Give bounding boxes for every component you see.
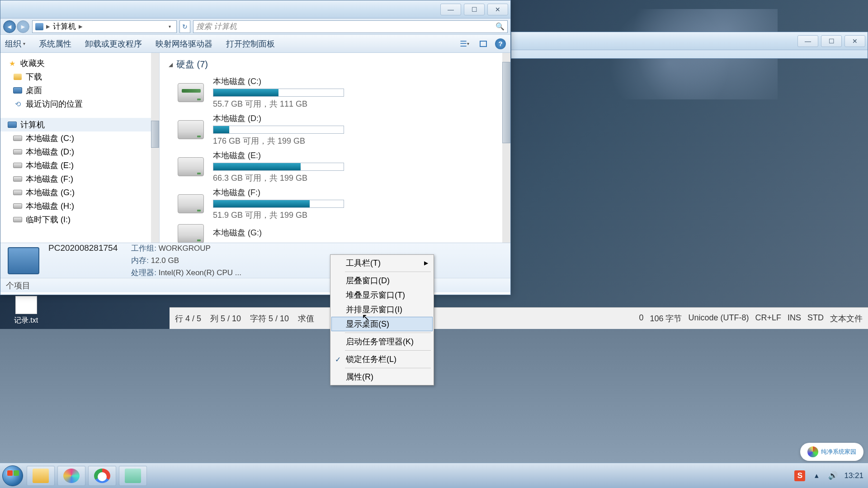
disk-name: 本地磁盘 (C:): [213, 76, 501, 87]
system-properties-button[interactable]: 系统属性: [39, 38, 71, 49]
ime-indicator[interactable]: S: [794, 470, 805, 481]
sidebar-drive-h[interactable]: 本地磁盘 (H:): [0, 199, 159, 213]
taskbar-browser[interactable]: [57, 466, 85, 486]
menu-cascade[interactable]: 层叠窗口(D): [331, 273, 433, 288]
status-filetype: 文本文件: [830, 313, 863, 324]
scrollbar-thumb[interactable]: [151, 121, 159, 148]
menu-show-desktop[interactable]: 显示桌面(S): [331, 317, 433, 331]
disk-item[interactable]: 本地磁盘 (F:) 51.9 GB 可用，共 199 GB: [169, 187, 501, 221]
nav-buttons: ◄ ►: [3, 20, 29, 33]
disk-item[interactable]: 本地磁盘 (E:) 66.3 GB 可用，共 199 GB: [169, 150, 501, 183]
drive-icon: [178, 120, 204, 139]
computer-large-icon: [8, 247, 39, 274]
sidebar-desktop[interactable]: 桌面: [0, 84, 159, 97]
menu-properties[interactable]: 属性(R): [331, 370, 433, 384]
sidebar-drive-d[interactable]: 本地磁盘 (D:): [0, 145, 159, 159]
refresh-button[interactable]: ↻: [179, 20, 190, 33]
menu-toolbars[interactable]: 工具栏(T)▶: [331, 256, 433, 270]
menu-sidebyside[interactable]: 并排显示窗口(I): [331, 302, 433, 317]
taskbar-notepad[interactable]: [119, 466, 147, 486]
background-window[interactable]: — ☐ ✕: [511, 32, 868, 59]
bg-close-button[interactable]: ✕: [844, 35, 865, 47]
control-panel-button[interactable]: 打开控制面板: [226, 38, 275, 49]
sidebar-drive-f[interactable]: 本地磁盘 (F:): [0, 172, 159, 186]
disk-icon: [13, 202, 22, 210]
explorer-window: — ☐ ✕ ◄ ► ▸ 计算机 ▸ ▾ ↻ 搜索 计算机 🔍 组织▾ 系统属性 …: [0, 0, 511, 295]
organize-menu[interactable]: 组织▾: [5, 38, 25, 49]
drive-icon: [178, 224, 204, 243]
preview-pane-button[interactable]: [476, 38, 491, 50]
chrome-icon: [94, 469, 110, 483]
search-input[interactable]: 搜索 计算机 🔍: [193, 20, 508, 33]
forward-button[interactable]: ►: [17, 20, 29, 33]
disk-item[interactable]: 本地磁盘 (C:) 55.7 GB 可用，共 111 GB: [169, 76, 501, 109]
main-scrollbar[interactable]: [502, 53, 510, 243]
sidebar-recent[interactable]: ⟲最近访问的位置: [0, 97, 159, 111]
command-bar: 组织▾ 系统属性 卸载或更改程序 映射网络驱动器 打开控制面板 ☰▾ ?: [0, 35, 510, 53]
navigation-pane[interactable]: ★收藏夹 下载 桌面 ⟲最近访问的位置 计算机 本地磁盘 (C:) 本地磁盘 (…: [0, 53, 160, 243]
help-button[interactable]: ?: [495, 38, 506, 49]
sidebar-drive-e[interactable]: 本地磁盘 (E:): [0, 159, 159, 172]
menu-task-manager[interactable]: 启动任务管理器(K): [331, 334, 433, 349]
sidebar-drive-c[interactable]: 本地磁盘 (C:): [0, 131, 159, 145]
star-icon: ★: [8, 59, 17, 67]
disk-item[interactable]: 本地磁盘 (G:): [169, 224, 501, 243]
minimize-button[interactable]: —: [440, 4, 461, 15]
uninstall-programs-button[interactable]: 卸载或更改程序: [85, 38, 142, 49]
disk-icon: [13, 134, 22, 142]
status-eol: CR+LF: [755, 313, 781, 324]
disk-item[interactable]: 本地磁盘 (D:) 176 GB 可用，共 199 GB: [169, 113, 501, 146]
close-button[interactable]: ✕: [487, 4, 508, 15]
taskbar-chrome[interactable]: [88, 466, 116, 486]
sidebar-drive-g[interactable]: 本地磁盘 (G:): [0, 186, 159, 199]
search-placeholder: 搜索 计算机: [196, 21, 237, 32]
sidebar-drive-i[interactable]: 临时下载 (I:): [0, 213, 159, 226]
taskbar-context-menu: 工具栏(T)▶ 层叠窗口(D) 堆叠显示窗口(T) 并排显示窗口(I) 显示桌面…: [330, 254, 434, 385]
pc-name: PC202008281754: [48, 243, 118, 253]
clock[interactable]: 13:21: [844, 471, 863, 480]
maximize-button[interactable]: ☐: [464, 4, 485, 15]
address-bar: ◄ ► ▸ 计算机 ▸ ▾ ↻ 搜索 计算机 🔍: [0, 19, 510, 35]
start-button[interactable]: [0, 463, 25, 488]
map-drive-button[interactable]: 映射网络驱动器: [156, 38, 212, 49]
disk-usage-bar: [213, 126, 344, 134]
taskbar[interactable]: S ▴ 🔊 13:21: [0, 463, 868, 488]
text-file-icon: [15, 296, 37, 314]
bg-minimize-button[interactable]: —: [797, 35, 818, 47]
editor-status-bar: 行 4 / 5 列 5 / 10 字符 5 / 10 求值 0 106 字节 U…: [170, 307, 868, 329]
menu-lock-taskbar[interactable]: ✓锁定任务栏(L): [331, 352, 433, 366]
main-content[interactable]: ◢硬盘 (7) 本地磁盘 (C:) 55.7 GB 可用，共 111 GB 本地…: [160, 53, 510, 243]
title-bar[interactable]: — ☐ ✕: [0, 0, 510, 19]
tray-arrow-icon[interactable]: ▴: [811, 471, 821, 481]
folder-icon: [13, 73, 22, 81]
volume-icon[interactable]: 🔊: [828, 471, 838, 481]
taskbar-explorer[interactable]: [27, 466, 55, 486]
menu-separator: [345, 350, 431, 351]
view-options-button[interactable]: ☰▾: [457, 38, 472, 50]
drive-icon: [178, 83, 204, 102]
menu-stacked[interactable]: 堆叠显示窗口(T): [331, 288, 433, 302]
sidebar-computer[interactable]: 计算机: [0, 118, 159, 131]
menu-separator: [345, 333, 431, 333]
bg-maximize-button[interactable]: ☐: [821, 35, 842, 47]
disk-name: 本地磁盘 (D:): [213, 113, 501, 124]
desktop-file-label: 记录.txt: [9, 316, 43, 325]
sidebar-favorites[interactable]: ★收藏夹: [0, 56, 159, 70]
desktop-file-notes[interactable]: 记录.txt: [9, 296, 43, 325]
disks-section-header[interactable]: ◢硬盘 (7): [169, 58, 501, 70]
sidebar-scrollbar[interactable]: [151, 53, 159, 243]
status-zero: 0: [639, 313, 643, 324]
scrollbar-thumb[interactable]: [502, 62, 510, 143]
sidebar-downloads[interactable]: 下载: [0, 70, 159, 84]
menu-separator: [345, 272, 431, 272]
monitor-icon: [13, 86, 22, 94]
status-col: 列 5 / 10: [210, 313, 241, 324]
breadcrumb[interactable]: ▸ 计算机 ▸ ▾: [32, 20, 177, 33]
back-button[interactable]: ◄: [3, 20, 16, 33]
search-icon[interactable]: 🔍: [495, 22, 505, 31]
breadcrumb-root[interactable]: 计算机: [53, 21, 76, 32]
collapse-icon[interactable]: ◢: [169, 61, 173, 68]
disk-usage-bar: [213, 163, 344, 171]
disk-icon: [13, 175, 22, 183]
breadcrumb-dropdown[interactable]: ▾: [165, 20, 174, 33]
